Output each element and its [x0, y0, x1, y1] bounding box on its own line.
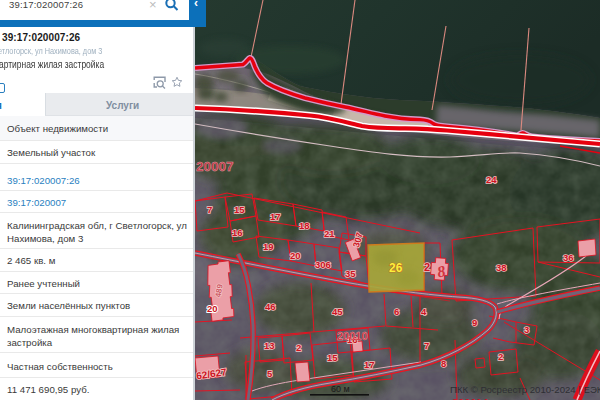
- svg-text:9: 9: [472, 317, 477, 328]
- svg-text:5: 5: [267, 368, 273, 379]
- svg-text:46: 46: [265, 301, 276, 312]
- svg-text:7: 7: [207, 204, 212, 215]
- svg-text:306: 306: [315, 259, 331, 270]
- svg-text:13: 13: [264, 340, 275, 351]
- svg-text:45: 45: [332, 306, 343, 317]
- svg-text:38: 38: [496, 262, 507, 273]
- svg-text:60 м: 60 м: [331, 384, 350, 394]
- svg-text:24: 24: [486, 174, 497, 185]
- svg-text:35: 35: [345, 268, 356, 279]
- svg-text:2: 2: [296, 342, 301, 353]
- svg-text:36: 36: [563, 252, 574, 263]
- svg-text:15: 15: [234, 204, 245, 215]
- svg-text:17: 17: [270, 211, 281, 222]
- svg-text:20007: 20007: [196, 159, 234, 174]
- svg-text:15: 15: [327, 352, 338, 363]
- svg-text:20: 20: [290, 250, 301, 261]
- svg-text:16: 16: [232, 227, 243, 238]
- svg-text:19: 19: [263, 241, 274, 252]
- svg-text:2: 2: [498, 351, 503, 362]
- svg-text:200114: 200114: [452, 397, 489, 400]
- svg-text:2: 2: [424, 261, 430, 273]
- svg-text:26: 26: [389, 261, 403, 275]
- svg-text:4: 4: [421, 306, 427, 317]
- svg-text:3: 3: [524, 324, 529, 335]
- svg-text:8: 8: [441, 358, 446, 369]
- svg-text:6: 6: [394, 306, 399, 317]
- svg-text:ПКК © Росреестр 2010-2024 | ЕЭ: ПКК © Росреестр 2010-2024 | ЕЭКО © Росре…: [450, 384, 600, 395]
- svg-text:7: 7: [424, 340, 429, 351]
- svg-text:21: 21: [324, 228, 335, 239]
- svg-text:17: 17: [364, 359, 375, 370]
- svg-text:20: 20: [207, 303, 218, 314]
- svg-text:20010: 20010: [337, 330, 368, 342]
- svg-text:18: 18: [299, 220, 310, 231]
